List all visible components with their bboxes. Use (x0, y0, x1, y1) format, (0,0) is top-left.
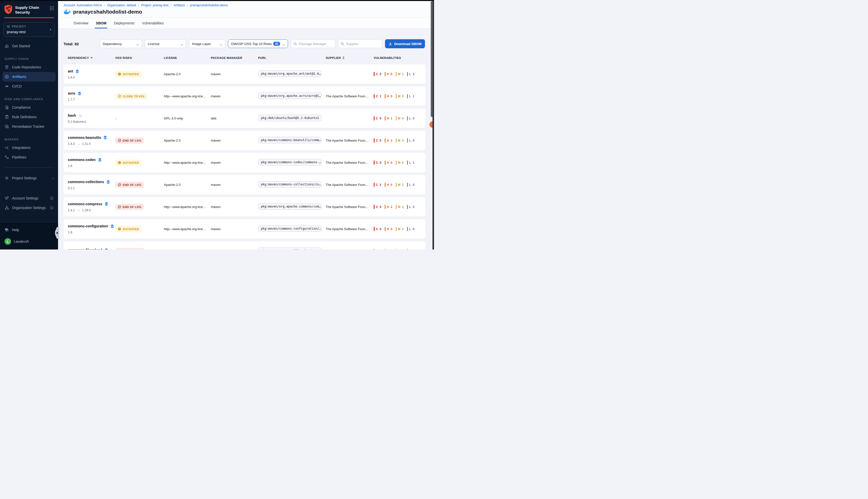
package-manager-cell: maven (211, 183, 258, 187)
purl-value[interactable]: pkg:deb/ubuntu/bash@5.1-6ubuntu1 (258, 115, 322, 121)
breadcrumb-link[interactable]: Artifacts (174, 3, 185, 7)
breadcrumb-separator: › (138, 3, 139, 7)
table-row[interactable]: commons-compress 1.4.1 → 1.28.0 END OF L… (64, 197, 426, 217)
column-header[interactable]: DEPENDENCY (68, 56, 115, 59)
oss-risk-badge: END OF LIFE (115, 137, 144, 144)
low-bar (407, 205, 408, 209)
sidebar-item-code-repositories[interactable]: Code Repositories (0, 62, 58, 72)
medium-bar (396, 249, 397, 250)
oss-risk-cell: END OF LIFE - (115, 248, 164, 250)
tab-vulnerabilities[interactable]: Vulnerabilities (141, 17, 164, 28)
supplier-search-input[interactable] (338, 39, 382, 48)
tab-deployments[interactable]: Deployments (113, 17, 135, 28)
medium-bar (396, 138, 397, 143)
table-row[interactable]: commons-beanutils 1.8.3 → 1.11.0 END OF … (64, 131, 426, 150)
high-count: H2 (385, 138, 392, 143)
purl-value[interactable]: pkg:maven/commons-fileupload/co… (258, 247, 322, 250)
table-row[interactable]: bash 5.1-6ubuntu1 → - - GPL-3.0-only deb… (64, 109, 426, 128)
sort-desc-icon[interactable] (90, 57, 93, 59)
vulnerabilities-cell: C1 H0 M0 L0 (374, 249, 426, 250)
purl-value[interactable]: pkg:maven/commons-codec/commons-… (258, 159, 322, 166)
prohibited-icon (118, 183, 121, 186)
sidebar-item-label: Organization Settings (12, 206, 46, 210)
prohibited-icon (118, 205, 121, 208)
sidebar-item-account-settings[interactable]: Account Settings (0, 193, 58, 203)
dependency-version: 1.6.5 (68, 76, 75, 79)
column-header[interactable]: PURL (258, 56, 326, 59)
table-row[interactable]: commons-collections 3.2.1 → END OF LIFE … (64, 175, 426, 194)
sidebar-item-project-settings[interactable]: Project Settings › (0, 173, 58, 183)
filter-label: Image Layer (192, 42, 211, 46)
sidebar-item-cicd[interactable]: ∞ CI/CD (0, 82, 58, 91)
sidebar-item-integrations[interactable]: Integrations (0, 143, 58, 153)
column-header[interactable]: PACKAGE MANAGER (211, 56, 258, 59)
search-icon (340, 42, 344, 46)
purl-value[interactable]: pkg:maven/commons-collections/co… (258, 181, 322, 187)
breadcrumb-link[interactable]: Organization: default (107, 3, 136, 7)
purl-cell: pkg:maven/commons-codec/commons-… (258, 159, 326, 167)
sort-icon[interactable] (342, 56, 344, 59)
sidebar-item-rule-definitions[interactable]: Rule Definitions (0, 112, 58, 122)
column-header[interactable]: OSS RISKS (115, 56, 164, 59)
purl-value[interactable]: pkg:maven/org.apache.avro/avro@1… (258, 93, 322, 99)
oss-risk-badge: OUTDATED (115, 71, 141, 77)
breadcrumb-link[interactable]: Account: Automation-SSCA (64, 3, 102, 7)
toolbar: Total: 82 Dependency License Image Layer (64, 39, 426, 48)
vulnerabilities-cell: C0 H0 M1 L0 (374, 227, 426, 231)
sidebar-item-label: Compliance (12, 105, 31, 109)
breadcrumb-link[interactable]: Project: pranay-test (141, 3, 168, 7)
sidebar-item-compliance[interactable]: Compliance (0, 102, 58, 112)
purl-value[interactable]: pkg:maven/commons-beanutils/comm… (258, 137, 322, 143)
table-row[interactable]: avro 1.7.7 → CLOSE TO EOL - http---www.a… (64, 86, 426, 106)
high-count: H0 (385, 183, 392, 187)
filter-dropdown[interactable]: License (145, 39, 186, 48)
sidebar-item-pipelines[interactable]: Pipelines (0, 153, 58, 162)
purl-value[interactable]: pkg:maven/org.apache.ant/ant@1.6… (258, 70, 322, 77)
module-switcher-grid-icon[interactable] (50, 6, 54, 11)
table-row[interactable]: commons-configuration 1.6 → OUTDATED - h… (64, 219, 426, 239)
user-menu[interactable]: L Lavakush (4, 238, 53, 245)
filter-dropdown[interactable]: Dependency (100, 39, 142, 48)
tab-sbom[interactable]: SBOM (95, 17, 107, 28)
package-manager-cell: maven (211, 161, 258, 165)
column-header-label: SUPPLIER (326, 56, 341, 59)
help-button[interactable]: ? Help (4, 226, 53, 234)
low-count: L1 (407, 94, 415, 98)
infinity-icon: ∞ (4, 84, 9, 88)
layers-icon (104, 202, 109, 206)
oss-risk-cell: OUTDATED - (115, 226, 164, 232)
license-cell: http---www.apache.org-lice… (164, 227, 211, 231)
purl-cell: pkg:maven/org.apache.avro/avro@1… (258, 93, 326, 100)
table-row[interactable]: commons-fileupload → END OF LIFE - Apach… (64, 242, 426, 250)
dependency-version-target: 1.11.0 (82, 142, 91, 146)
sidebar-item-remediation-tracker[interactable]: Remediation Tracker (0, 122, 58, 131)
download-sbom-button[interactable]: Download SBOM (385, 39, 425, 48)
table-row[interactable]: commons-codec 1.6 → OUTDATED - http---ww… (64, 153, 426, 172)
dependency-version-target: 1.28.0 (82, 208, 91, 212)
purl-value[interactable]: pkg:maven/org.apache.commons/com… (258, 203, 322, 210)
project-selector[interactable]: PROJECT pranay-test › (3, 22, 54, 37)
column-header[interactable]: LICENSE (164, 56, 211, 59)
table-row[interactable]: ant 1.6.5 → OUTDATED - Apache-2.0 maven … (64, 64, 426, 84)
filter-dropdown[interactable]: OWASP OSS Top 10 Risks 02 (228, 39, 288, 48)
oss-risk-cell: OUTDATED - (115, 159, 164, 166)
sidebar-item-label: Integrations (12, 146, 30, 150)
sidebar-item-get-started[interactable]: Get Started (0, 41, 58, 51)
filter-dropdown[interactable]: Image Layer (189, 39, 225, 48)
tab-overview[interactable]: Overview (73, 17, 89, 28)
sidebar-item-artifacts[interactable]: Artifacts (2, 72, 55, 82)
critical-count: C0 (374, 205, 381, 209)
download-sbom-label: Download SBOM (394, 42, 422, 46)
supplier-search (338, 39, 382, 48)
breadcrumb-link[interactable]: pranaycshah/todolist-demo (190, 3, 228, 7)
low-bar (407, 116, 408, 121)
purl-value[interactable]: pkg:maven/commons-configuration/… (258, 226, 322, 232)
sidebar-item-organization-settings[interactable]: Organization Settings (0, 203, 58, 212)
medium-bar (396, 94, 397, 98)
column-header[interactable]: SUPPLIER (326, 56, 374, 59)
dependency-cell: commons-beanutils 1.8.3 → 1.11.0 (68, 135, 115, 146)
scrollbar-thumb[interactable] (431, 1, 433, 117)
package-manager-search-input[interactable] (291, 39, 335, 48)
sidebar-item-label: Get Started (12, 44, 30, 48)
column-header[interactable]: VULNERABILITIES (374, 56, 426, 59)
